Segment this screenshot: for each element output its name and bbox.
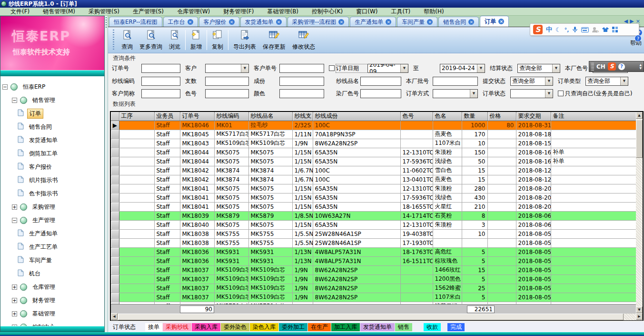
toolbar-button-5[interactable]: 导出列表 [230, 28, 259, 52]
tree-item-12[interactable]: 生产工艺单 [0, 240, 104, 254]
table-row[interactable]: StaffMK18038MK5755MK57551/5.5N25W28N46A1… [111, 229, 636, 238]
toolbar-button-2[interactable]: 浏览 [166, 28, 184, 52]
order-date-from-select[interactable]: 2019-04-09▼ [367, 64, 408, 73]
collapse-icon[interactable]: − [12, 98, 17, 103]
menu-item-6[interactable]: 基础管理(B) [267, 8, 298, 16]
tree-item-label[interactable]: 销售管理 [30, 96, 57, 105]
ime-help-icon[interactable]: ? [634, 35, 642, 42]
toolbar-button-3[interactable]: 新增 [187, 28, 205, 52]
table-row[interactable]: StaffMK18042MK3874MK38741/6.7N100C13-040… [111, 175, 636, 184]
expand-icon[interactable]: + [12, 204, 17, 210]
column-header-2[interactable]: 业务员 [154, 112, 180, 121]
tree-item-label[interactable]: 发货通知单 [27, 136, 59, 145]
settle-status-select[interactable]: 查询全部▼ [517, 64, 560, 73]
tree-item-3[interactable]: 销售合同 [0, 120, 104, 133]
tree-item-17[interactable]: +基础管理 [0, 307, 104, 320]
toolbar-button-1[interactable]: 更多查询 [136, 28, 166, 52]
row-selector-cell[interactable] [111, 275, 119, 284]
tab-0[interactable]: 恒泰ERP--流程图 [109, 17, 162, 27]
tree-item-11[interactable]: 生产通知单 [0, 227, 104, 240]
customer-order-no-input[interactable] [279, 64, 324, 73]
customer-select[interactable]: ▼ [205, 64, 249, 73]
row-selector-cell[interactable] [111, 238, 119, 247]
table-row[interactable]: StaffMK18045MK5717白芯MK5717白芯1/11N70A18P9… [111, 130, 636, 139]
table-row[interactable]: StaffMK18040MK5075MK50751/15N65A35N12-13… [111, 220, 636, 229]
color-no-input[interactable] [205, 89, 249, 98]
tree-item-16[interactable]: +财务管理 [0, 294, 104, 307]
order-date-checkbox[interactable] [329, 65, 335, 71]
column-header-1[interactable]: 工序 [119, 112, 154, 121]
table-row[interactable]: StaffMK18044MK5075MK50751/15N65A35N17-59… [111, 157, 636, 166]
table-row[interactable]: StaffMK18041MK5075MK50751/15N65A35N18-16… [111, 202, 636, 211]
panel-splitter[interactable] [105, 16, 108, 332]
order-date-to-select[interactable]: 2019-04-24▼ [440, 64, 485, 73]
table-row[interactable]: StaffMK18044MK5075MK50751/15N65A35N12-13… [111, 148, 636, 157]
toolbar-button-4[interactable]: 复制 [208, 28, 227, 52]
tree-item-15[interactable]: +仓库管理 [0, 280, 104, 294]
column-header-7[interactable]: 纱线成份 [313, 112, 400, 121]
table-row[interactable]: StaffMK18037MK5109白芯MK5109白芯1/9N8W62A28N… [111, 265, 636, 275]
table-row[interactable]: StaffMK18039MK5879MK58791/8.5N10W63A27N1… [111, 211, 636, 220]
expand-icon[interactable]: + [12, 298, 17, 303]
row-selector-cell[interactable] [111, 211, 119, 220]
ime-toolbar[interactable]: S 中 ☾ °, 24 ? [530, 23, 639, 36]
tab-close-icon[interactable]: × [188, 19, 193, 25]
customer-abbr-input[interactable] [141, 89, 180, 98]
scroll-up-icon[interactable]: ▲ [636, 112, 643, 119]
tree-item-10[interactable]: −生产管理 [0, 214, 104, 227]
tree-item-0[interactable]: −恒泰ERP [0, 80, 104, 93]
table-row[interactable]: ▶StaffMK18046MK01拉毛纱2/32S100C1000802018-… [111, 121, 636, 130]
tree-item-2[interactable]: 订单 [0, 107, 104, 120]
tree-item-label[interactable]: 生产工艺单 [27, 243, 59, 252]
column-header-4[interactable]: 纱线编码 [214, 112, 248, 121]
punctuation-icon[interactable]: °, [565, 27, 569, 33]
horizontal-scrollbar[interactable]: ◀ ▶ [111, 314, 643, 320]
table-row[interactable]: StaffMK18042MK3874MK38741/6.7N100C11-060… [111, 166, 636, 175]
menu-item-10[interactable]: 帮助(H) [424, 8, 444, 16]
row-selector-cell[interactable] [111, 193, 119, 202]
column-header-5[interactable]: 纱线品名 [248, 112, 292, 121]
row-selector-cell[interactable] [111, 256, 119, 265]
chinese-mode-icon[interactable]: 中 [546, 25, 552, 34]
tree-item-label[interactable]: 色卡指示书 [27, 189, 59, 198]
sogou-logo-icon[interactable]: S [533, 25, 543, 34]
tab-close-icon[interactable]: × [427, 19, 433, 25]
yarn-code-input[interactable] [141, 77, 180, 86]
menu-item-8[interactable]: 窗口(W) [356, 8, 377, 16]
only-self-checkbox[interactable] [558, 91, 564, 96]
column-header-0[interactable] [111, 112, 119, 121]
column-header-3[interactable]: 订单号 [180, 112, 214, 121]
expand-icon[interactable]: + [12, 285, 17, 290]
tab-6[interactable]: 车间产量× [397, 17, 437, 27]
row-selector-cell[interactable] [111, 229, 119, 238]
collapse-icon[interactable]: − [2, 84, 8, 90]
toolbar-button-6[interactable]: 保存更新 [259, 28, 289, 52]
tree-item-label[interactable]: 生产通知单 [27, 229, 59, 238]
table-row[interactable]: StaffMK18038MK5755MK57551/5.5N25W28N46A1… [111, 238, 636, 247]
tab-close-icon[interactable]: × [498, 19, 504, 24]
row-selector-cell[interactable]: ▶ [111, 121, 119, 130]
dye-factory-color-no-input[interactable] [360, 89, 401, 98]
tab-close-icon[interactable]: × [338, 19, 344, 25]
tab-close-icon[interactable]: × [229, 19, 235, 25]
order-method-select[interactable]: ▼ [433, 89, 478, 98]
tree-item-label[interactable]: 织片指示书 [27, 176, 59, 185]
column-header-9[interactable]: 色名 [433, 112, 462, 121]
table-row[interactable]: StaffMK18037MK5109白芯MK5109白芯1/9N8W62A28N… [111, 275, 636, 284]
row-selector-cell[interactable] [111, 265, 119, 275]
row-selector-cell[interactable] [111, 175, 119, 184]
toolbar-button-7[interactable]: 修改状态 [289, 28, 318, 52]
tab-1[interactable]: 工作台× [163, 17, 198, 27]
tree-item-4[interactable]: 发货通知单 [0, 133, 104, 147]
tree-item-label[interactable]: 客户报价 [27, 163, 54, 172]
scroll-left-icon[interactable]: ◀ [111, 313, 118, 320]
row-selector-cell[interactable] [111, 284, 119, 293]
tab-close-icon[interactable]: × [276, 19, 282, 25]
sogou-logo-icon[interactable]: S [608, 62, 616, 71]
tree-item-label[interactable]: 基础管理 [30, 309, 57, 318]
tab-close-icon[interactable]: × [468, 19, 474, 25]
menu-item-2[interactable]: 采购管理(S) [89, 8, 119, 16]
vertical-scroll-thumb[interactable] [636, 120, 643, 158]
order-no-input[interactable] [141, 64, 180, 73]
ime-help-icon[interactable]: ? [618, 63, 625, 70]
